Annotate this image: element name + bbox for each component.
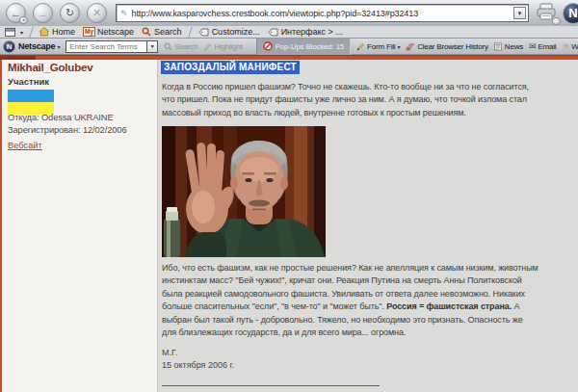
search-input[interactable] bbox=[66, 42, 146, 51]
weather-sun-icon: ☀ bbox=[562, 41, 569, 51]
search-icon bbox=[164, 42, 172, 51]
popups-blocked-button[interactable]: Pop-Ups Blocked: 15 bbox=[256, 39, 351, 55]
reload-button[interactable]: ↻ bbox=[60, 3, 80, 23]
post-title: ЗАПОЗДАЛЫЙ МАНИФЕСТ bbox=[161, 61, 300, 74]
ukraine-flag-icon bbox=[8, 90, 54, 115]
search-icon bbox=[142, 27, 151, 37]
eraser-icon bbox=[406, 42, 415, 51]
toolbar-search-label: Search bbox=[174, 42, 197, 51]
form-fill-label: Form Fill bbox=[367, 42, 395, 51]
signature-divider bbox=[162, 385, 380, 386]
author-from: Откуда: Odessa UKRAINE bbox=[8, 113, 114, 122]
search-input-wrap: ▼ bbox=[66, 40, 158, 53]
bookmark-my-netscape-label: Netscape bbox=[97, 27, 134, 37]
bookmark-customize-label: Customize... bbox=[212, 27, 260, 37]
bookmark-search[interactable]: Search bbox=[142, 27, 182, 37]
author-rank: Участник bbox=[8, 76, 49, 87]
address-dropdown-icon[interactable]: ▼ bbox=[513, 7, 526, 19]
post-paragraph-1: Когда в Россию пришел фашизм? Точно не с… bbox=[162, 81, 578, 119]
news-label: News bbox=[505, 42, 523, 51]
print-dropdown-icon[interactable] bbox=[552, 17, 561, 25]
separator bbox=[249, 41, 252, 52]
search-toolbar: N Netscape ▾ ▼ Search Highlight Pop-Ups … bbox=[0, 39, 578, 55]
back-dropdown-icon[interactable]: ▾ bbox=[19, 16, 28, 24]
bookmark-interfax[interactable]: Интерфакс > ... bbox=[268, 27, 343, 37]
tag-icon bbox=[198, 28, 209, 37]
post-body: ЗАПОЗДАЛЫЙ МАНИФЕСТ Когда в Россию прише… bbox=[157, 60, 578, 392]
toolbar-search-button[interactable]: Search bbox=[164, 42, 197, 51]
netscape-brand-caret-icon[interactable]: ▾ bbox=[57, 43, 60, 50]
tab-list-caret-icon: ▾ bbox=[20, 29, 23, 36]
popups-blocked-label: Pop-Ups Blocked: 15 bbox=[276, 42, 344, 51]
tab-list-button[interactable]: ▾ bbox=[5, 28, 23, 37]
highlight-label: Highlight bbox=[214, 42, 242, 51]
highlighter-icon bbox=[203, 42, 212, 51]
bookmark-my-netscape[interactable]: My Netscape bbox=[83, 27, 134, 37]
clear-history-label: Clear Browser History bbox=[417, 42, 488, 51]
back-button[interactable]: ←▾ bbox=[6, 3, 26, 23]
stop-button[interactable]: ✕ bbox=[87, 3, 107, 23]
post-paragraph-2: Ибо, что есть фашизм, как не простые реш… bbox=[162, 262, 578, 339]
author-website-link[interactable]: Вебсайт bbox=[8, 141, 42, 150]
separator bbox=[29, 27, 34, 38]
clear-history-button[interactable]: Clear Browser History bbox=[406, 42, 488, 51]
post-author-panel: Mikhail_Golubev Участник Откуда: Odessa … bbox=[2, 60, 157, 392]
email-button[interactable]: ✉ Email bbox=[529, 41, 556, 51]
popup-blocked-icon bbox=[263, 41, 273, 51]
news-button[interactable]: News bbox=[494, 42, 523, 51]
separator bbox=[188, 27, 193, 38]
signature-date: 15 октября 2006 г. bbox=[162, 360, 234, 370]
tag-icon bbox=[268, 28, 278, 37]
my-badge-icon: My bbox=[83, 27, 95, 37]
bookmark-customize[interactable]: Customize... bbox=[198, 27, 260, 37]
netscape-logo-icon[interactable]: N bbox=[563, 3, 578, 24]
browser-navigation-bar: ←▾ → ↻ ✕ ✎ http://www.kasparovchess.cres… bbox=[0, 0, 578, 26]
address-url[interactable]: http://www.kasparovchess.crestbook.com/v… bbox=[132, 9, 513, 18]
form-fill-caret-icon: ▾ bbox=[397, 43, 400, 50]
forward-button[interactable]: → bbox=[33, 3, 53, 23]
bookmark-home[interactable]: Home bbox=[39, 27, 75, 37]
weather-button[interactable]: ☀ Weather bbox=[562, 41, 578, 51]
weather-label: Weather bbox=[571, 42, 578, 51]
email-label: Email bbox=[538, 42, 556, 51]
gryzlov-photo bbox=[162, 126, 326, 257]
window-icon bbox=[5, 28, 15, 37]
highlight-button[interactable]: Highlight bbox=[203, 42, 242, 51]
newspaper-icon bbox=[494, 42, 503, 51]
form-fill-button[interactable]: Form Fill ▾ bbox=[356, 42, 400, 51]
address-pen-icon: ✎ bbox=[120, 9, 128, 18]
author-registered: Зарегистрирован: 12/02/2006 bbox=[8, 125, 126, 135]
bookmarks-bar: ▾ Home My Netscape Search Customize... И… bbox=[0, 26, 578, 39]
home-icon bbox=[39, 27, 49, 37]
pencil-icon bbox=[356, 42, 365, 51]
search-input-dropdown-icon[interactable]: ▼ bbox=[146, 41, 157, 52]
email-icon: ✉ bbox=[529, 41, 536, 51]
bookmark-interfax-label: Интерфакс > ... bbox=[281, 27, 343, 37]
bookmark-search-label: Search bbox=[154, 27, 182, 37]
signature-initials: М.Г. bbox=[162, 348, 177, 357]
bookmark-home-label: Home bbox=[52, 27, 75, 37]
author-name[interactable]: Mikhail_Golubev bbox=[8, 62, 92, 73]
print-button[interactable] bbox=[536, 3, 557, 24]
paragraph-2-bold-statement: Россия = фашистская страна. bbox=[386, 301, 512, 311]
netscape-logo-small-icon[interactable]: N bbox=[3, 40, 15, 53]
address-bar[interactable]: ✎ http://www.kasparovchess.crestbook.com… bbox=[116, 4, 529, 22]
netscape-brand-label[interactable]: Netscape bbox=[18, 41, 55, 51]
